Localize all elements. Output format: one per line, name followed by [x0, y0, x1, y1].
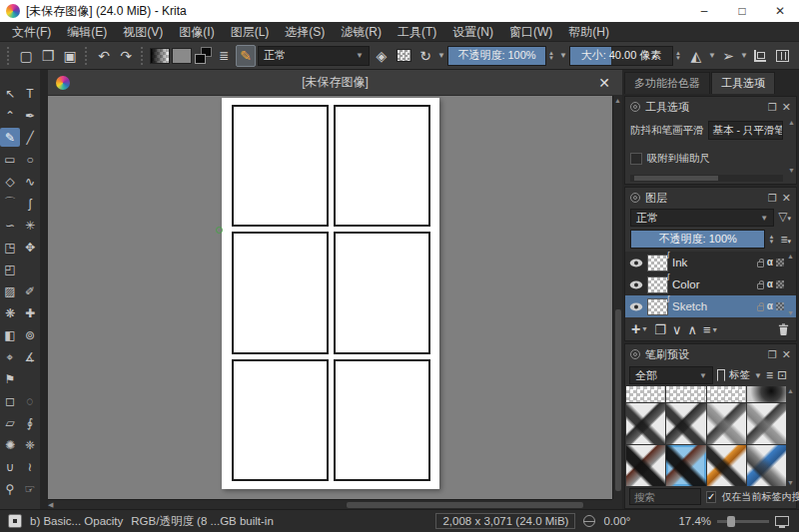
eraser-soft[interactable]	[707, 386, 746, 402]
assistants-tool[interactable]: ⌖	[0, 347, 20, 366]
rect-select-tool[interactable]: ◻	[0, 391, 20, 410]
current-brush-name[interactable]: b) Basic... Opacity	[30, 515, 123, 527]
canvas-horizontal-scrollbar[interactable]: ◀	[48, 499, 612, 509]
layer-opacity-spinner[interactable]: ▲▼	[768, 235, 777, 245]
fill-tool[interactable]: ◧	[0, 325, 20, 344]
docker-lock-icon[interactable]	[630, 102, 640, 112]
layer-thumbnail[interactable]	[647, 255, 668, 271]
inherit-alpha-icon[interactable]: α	[767, 301, 773, 311]
layer-name[interactable]: Color	[672, 278, 753, 290]
calligraphy-tool[interactable]: ✒	[20, 106, 40, 125]
comic-panel[interactable]	[232, 105, 329, 227]
layer-options-menu-icon[interactable]: ≡▾	[780, 233, 791, 247]
document-page[interactable]	[222, 98, 439, 489]
preset-filter-select[interactable]: 全部 ▼	[629, 366, 713, 384]
canvas-viewport[interactable]	[48, 96, 612, 499]
tag-search-checkbox[interactable]: ✓	[706, 491, 716, 503]
delete-layer-button[interactable]	[777, 322, 790, 336]
chevron-down-icon[interactable]: ▼	[708, 51, 716, 60]
canvas-vertical-scrollbar[interactable]: ▲	[612, 96, 622, 499]
canvas-close-button[interactable]: ✕	[594, 75, 614, 91]
reference-images-tool[interactable]: ⚑	[0, 369, 20, 388]
freehand-select-tool[interactable]: ∮	[20, 413, 40, 432]
color-profile-text[interactable]: RGB/透明度 (8 ...GB built-in	[131, 514, 274, 529]
smart-patch-tool[interactable]: ✚	[20, 303, 40, 322]
toolbar-grip[interactable]	[141, 47, 145, 65]
visibility-eye-icon[interactable]	[629, 259, 643, 267]
zoom-slider-thumb[interactable]	[727, 516, 735, 527]
brush-size-slider[interactable]: 大小: 40.00 像素	[569, 46, 673, 66]
similar-select-tool[interactable]: ❈	[20, 435, 40, 454]
tag-bookmark-icon[interactable]	[717, 369, 725, 381]
layer-name[interactable]: Ink	[672, 257, 753, 268]
menu-item[interactable]: 选择(S)	[277, 22, 333, 42]
layer-list-scrollbar[interactable]: ▲▼	[786, 252, 795, 317]
canvas-rotation-value[interactable]: 0.00°	[603, 515, 630, 527]
colorize-mask-tool[interactable]: ❋	[0, 303, 20, 322]
docker-float-button[interactable]: ❐	[768, 193, 777, 204]
preset-search-input[interactable]	[629, 488, 701, 505]
tab-tool-options[interactable]: 工具选项	[711, 72, 775, 94]
chevron-down-icon[interactable]: ▼	[437, 51, 445, 60]
pencil-ink[interactable]	[626, 403, 665, 444]
storage-icon[interactable]: ⊡	[777, 368, 787, 382]
scroll-down-arrow-icon[interactable]: ▼	[787, 309, 794, 316]
eraser-mode-button[interactable]: ◈	[372, 45, 392, 67]
eraser-circle[interactable]	[626, 386, 665, 402]
wrap-around-button[interactable]	[750, 45, 770, 67]
close-button[interactable]: ✕	[761, 0, 799, 22]
tab-advanced-color-selector[interactable]: 多功能拾色器	[624, 72, 710, 94]
brush-wet[interactable]	[666, 445, 705, 486]
docker-lock-icon[interactable]	[630, 193, 640, 203]
mirror-vertical-button[interactable]: ➢	[718, 45, 738, 67]
open-document-button[interactable]: ❒	[38, 45, 58, 67]
edit-shapes-tool[interactable]: ⌃	[0, 106, 20, 125]
scroll-up-arrow-icon[interactable]: ▲	[787, 387, 794, 394]
multibrush-tool[interactable]: ✳	[20, 216, 40, 235]
menu-item[interactable]: 图层(L)	[223, 22, 278, 42]
save-document-button[interactable]: ▣	[60, 45, 80, 67]
scroll-down-arrow-icon[interactable]: ▼	[787, 479, 794, 486]
blending-mode-select[interactable]: 正常 ▼	[258, 46, 370, 66]
scroll-up-arrow-icon[interactable]: ▲	[788, 119, 795, 126]
pencil-blue[interactable]	[747, 445, 786, 486]
alpha-lock-icon[interactable]	[776, 280, 784, 288]
ellipse-select-tool[interactable]: ◌	[20, 391, 40, 410]
layer-lock-icon[interactable]	[757, 305, 764, 311]
zoom-slider[interactable]	[717, 520, 769, 523]
menu-item[interactable]: 编辑(E)	[59, 22, 115, 42]
maximize-button[interactable]: □	[723, 0, 761, 22]
comic-panel[interactable]	[334, 359, 430, 481]
polyline-tool[interactable]: ∿	[20, 172, 40, 191]
tool-options-vscrollbar[interactable]: ▲▼	[787, 119, 796, 174]
layer-name[interactable]: Sketch	[672, 300, 753, 312]
gradient-tool[interactable]: ▨	[0, 281, 20, 300]
polygon-tool[interactable]: ◇	[0, 172, 20, 191]
edit-brush-settings-button[interactable]: ✎	[236, 45, 256, 67]
menu-item[interactable]: 工具(T)	[390, 22, 444, 42]
display-settings-icon[interactable]: ≡	[766, 368, 773, 382]
enclose-fill-tool[interactable]: ⊚	[20, 325, 40, 344]
text-tool[interactable]: T	[20, 84, 40, 103]
alpha-lock-icon[interactable]	[776, 259, 784, 266]
mirror-horizontal-button[interactable]: ◭	[686, 45, 706, 67]
layer-blend-mode-select[interactable]: 正常 ▼	[630, 209, 774, 227]
inherit-alpha-icon[interactable]: α	[767, 258, 773, 267]
layer-thumbnail[interactable]	[647, 276, 668, 293]
move-layer-up-button[interactable]: ∧	[688, 322, 698, 337]
menu-item[interactable]: 文件(F)	[4, 22, 59, 42]
brush-orange[interactable]	[707, 445, 746, 486]
move-layer-down-button[interactable]: ∨	[672, 322, 682, 337]
menu-item[interactable]: 滤镜(R)	[333, 22, 390, 42]
menu-item[interactable]: 图像(I)	[171, 22, 222, 42]
toolbar-grip[interactable]	[85, 47, 89, 65]
layer-lock-icon[interactable]	[757, 262, 764, 267]
layer-opacity-slider[interactable]: 不透明度: 100%	[630, 230, 765, 249]
ellipse-tool[interactable]: ○	[20, 150, 40, 169]
color-sampler-tool[interactable]: ✐	[20, 281, 40, 300]
inherit-alpha-icon[interactable]: α	[767, 279, 773, 289]
redo-button[interactable]: ↷	[116, 45, 136, 67]
layer-row[interactable]: Ink α	[625, 252, 796, 273]
scroll-up-arrow-icon[interactable]: ▲	[787, 253, 794, 260]
canvas-rotation-icon[interactable]	[583, 515, 595, 527]
